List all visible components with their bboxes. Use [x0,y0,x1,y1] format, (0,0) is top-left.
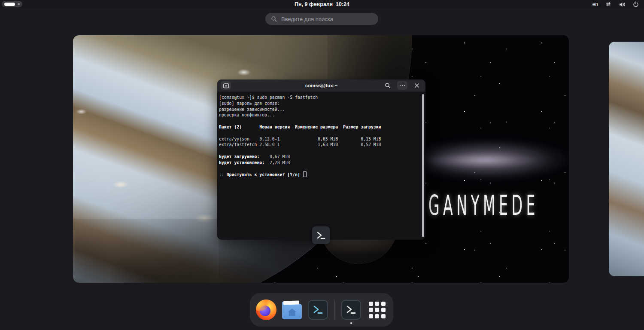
milky-way-core [425,150,554,170]
terminal-app-badge[interactable] [312,226,330,244]
volume-icon [619,2,626,7]
terminal-prompt-line: :: Приступить к установке? [Y/n] [219,171,421,177]
search-icon [385,82,391,89]
terminal-table-row: extra/yyjson 0.12.0-1 0,65 MiB 0,15 MiB [219,136,421,142]
system-tray[interactable]: en [592,0,639,9]
terminal-header[interactable]: comss@tux:~ [217,79,425,92]
dock-item-firefox[interactable] [255,299,277,321]
folder-paper [283,300,299,305]
terminal-line-blank [219,130,421,136]
power-icon [633,1,639,7]
search-field[interactable] [265,13,378,25]
dock-item-files[interactable] [282,299,303,321]
dash [250,293,393,327]
clock[interactable]: Пн, 9 февраля 10:24 [295,0,349,9]
workspace-preview-next[interactable] [609,42,644,276]
ellipsis-icon [399,85,405,86]
terminal-table-header: Пакет (2) Новая версия Изменение размера… [219,124,421,130]
terminal-prompt-glyph [345,303,358,316]
new-tab-button[interactable] [221,81,231,90]
workspace-indicator[interactable] [2,1,22,7]
terminal-icon [341,300,361,320]
terminal-line-blank [219,166,421,172]
new-tab-icon [223,83,229,89]
terminal-line: [sudo] пароль для comss: [219,101,421,107]
terminal-cursor [303,171,307,177]
terminal-icon [316,230,327,241]
wallpaper-title: GANYMEDE [428,192,539,219]
terminal-line: разрешение зависимостей... [219,107,421,113]
terminal-line: проверка конфликтов... [219,112,421,118]
home-glyph-icon [288,309,296,316]
running-indicator-dot [350,322,352,324]
terminal-line-blank [219,148,421,154]
files-folder-icon [282,304,302,319]
close-icon [414,83,419,88]
app-grid-icon [369,302,386,318]
terminal-table-row: extra/fastfetch 2.58.0-1 1,63 MiB 0,52 M… [219,142,421,148]
terminal-line: [comss@tux ~]$ sudo pacman -S fastfetch [219,95,421,101]
keyboard-layout-indicator[interactable]: en [592,1,598,7]
workspace-preview[interactable]: GANYMEDE comss@tux:~ [73,35,569,283]
terminal-window[interactable]: comss@tux:~ [217,79,425,240]
search-icon [271,16,277,22]
terminal-prompt-glyph [312,303,325,316]
terminal-close-button[interactable] [412,81,422,90]
firefox-icon [256,299,276,320]
dock-separator [334,300,335,319]
dock-item-terminal[interactable] [307,299,329,321]
terminal-total-install: Будет установлено: 2,28 MiB [219,160,421,166]
dock-item-console-running[interactable] [340,299,362,321]
terminal-icon [308,300,328,320]
terminal-body[interactable]: [comss@tux ~]$ sudo pacman -S fastfetch … [217,92,425,177]
terminal-line-blank [219,118,421,124]
dock-item-show-apps[interactable] [366,299,388,321]
network-arrows-icon [605,2,612,7]
terminal-search-button[interactable] [383,81,393,90]
top-bar: Пн, 9 февраля 10:24 en [0,0,644,9]
terminal-scrollbar[interactable] [422,94,424,237]
search-input[interactable] [280,15,368,23]
terminal-total-download: Будет загружено: 0,67 MiB [219,154,421,160]
workspace-active-pill [4,3,15,6]
workspace-inactive-dot [18,3,20,5]
terminal-menu-button[interactable] [397,81,407,90]
